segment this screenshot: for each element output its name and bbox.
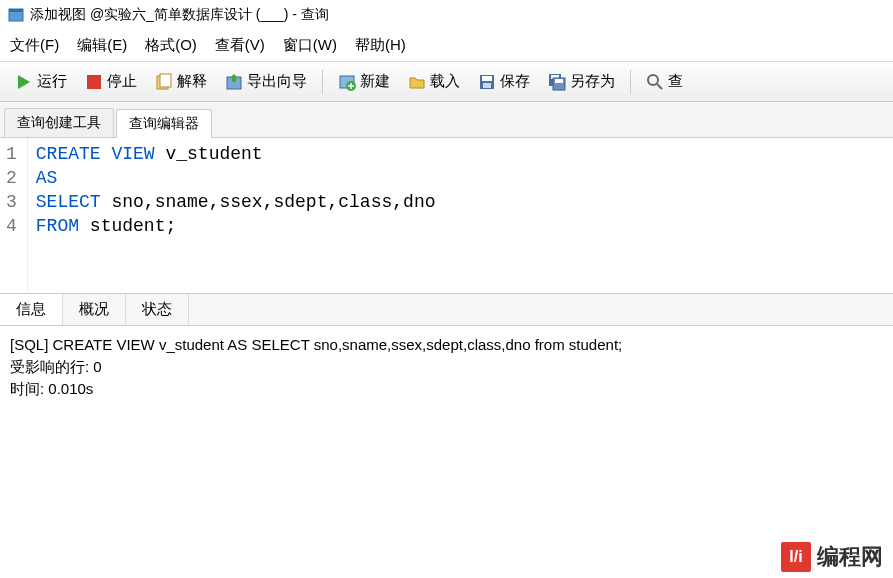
menu-edit[interactable]: 编辑(E) xyxy=(77,36,127,55)
search-button[interactable]: 查 xyxy=(639,68,690,95)
menu-bar: 文件(F) 编辑(E) 格式(O) 查看(V) 窗口(W) 帮助(H) xyxy=(0,30,893,61)
tab-info[interactable]: 信息 xyxy=(0,294,63,325)
svg-rect-16 xyxy=(555,79,563,83)
output-line: 时间: 0.010s xyxy=(10,378,883,400)
new-button[interactable]: 新建 xyxy=(331,68,397,95)
run-label: 运行 xyxy=(37,72,67,91)
saveas-icon xyxy=(548,73,566,91)
load-label: 载入 xyxy=(430,72,460,91)
saveas-label: 另存为 xyxy=(570,72,615,91)
menu-format[interactable]: 格式(O) xyxy=(145,36,197,55)
stop-button[interactable]: 停止 xyxy=(78,68,144,95)
menu-help[interactable]: 帮助(H) xyxy=(355,36,406,55)
output-panel: [SQL] CREATE VIEW v_student AS SELECT sn… xyxy=(0,326,893,466)
svg-rect-11 xyxy=(482,76,492,81)
watermark-logo: l/i xyxy=(781,542,811,572)
explain-button[interactable]: 解释 xyxy=(148,68,214,95)
line-gutter: 1234 xyxy=(0,138,28,293)
svg-marker-2 xyxy=(18,75,30,89)
load-button[interactable]: 载入 xyxy=(401,68,467,95)
app-icon xyxy=(8,7,24,23)
svg-rect-12 xyxy=(483,83,491,88)
explain-label: 解释 xyxy=(177,72,207,91)
watermark: l/i 编程网 xyxy=(781,542,883,572)
watermark-text: 编程网 xyxy=(817,542,883,572)
svg-rect-5 xyxy=(160,74,171,87)
explain-icon xyxy=(155,73,173,91)
menu-window[interactable]: 窗口(W) xyxy=(283,36,337,55)
play-icon xyxy=(15,73,33,91)
tab-status[interactable]: 状态 xyxy=(126,294,189,325)
new-icon xyxy=(338,73,356,91)
export-label: 导出向导 xyxy=(247,72,307,91)
stop-label: 停止 xyxy=(107,72,137,91)
svg-line-18 xyxy=(657,84,662,89)
tab-query-builder[interactable]: 查询创建工具 xyxy=(4,108,114,137)
tab-query-editor[interactable]: 查询编辑器 xyxy=(116,109,212,138)
result-tabs: 信息 概况 状态 xyxy=(0,293,893,326)
toolbar: 运行 停止 解释 导出向导 新建 载入 保存 另存为 查 xyxy=(0,61,893,102)
svg-point-17 xyxy=(648,75,658,85)
output-line: 受影响的行: 0 xyxy=(10,356,883,378)
save-button[interactable]: 保存 xyxy=(471,68,537,95)
new-label: 新建 xyxy=(360,72,390,91)
tab-profile[interactable]: 概况 xyxy=(63,294,126,325)
menu-view[interactable]: 查看(V) xyxy=(215,36,265,55)
search-icon xyxy=(646,73,664,91)
run-button[interactable]: 运行 xyxy=(8,68,74,95)
sql-editor[interactable]: 1234 CREATE VIEW v_student AS SELECT sno… xyxy=(0,138,893,293)
toolbar-separator xyxy=(322,70,323,94)
svg-rect-1 xyxy=(9,9,23,12)
search-label: 查 xyxy=(668,72,683,91)
stop-icon xyxy=(85,73,103,91)
window-title: 添加视图 @实验六_简单数据库设计 (___) - 查询 xyxy=(30,6,329,24)
output-line: [SQL] CREATE VIEW v_student AS SELECT sn… xyxy=(10,334,883,356)
save-label: 保存 xyxy=(500,72,530,91)
toolbar-separator xyxy=(630,70,631,94)
menu-file[interactable]: 文件(F) xyxy=(10,36,59,55)
save-icon xyxy=(478,73,496,91)
saveas-button[interactable]: 另存为 xyxy=(541,68,622,95)
code-area[interactable]: CREATE VIEW v_student AS SELECT sno,snam… xyxy=(28,138,893,293)
load-icon xyxy=(408,73,426,91)
svg-rect-3 xyxy=(87,75,101,89)
export-icon xyxy=(225,73,243,91)
title-bar: 添加视图 @实验六_简单数据库设计 (___) - 查询 xyxy=(0,0,893,30)
export-button[interactable]: 导出向导 xyxy=(218,68,314,95)
editor-tabs: 查询创建工具 查询编辑器 xyxy=(0,102,893,138)
